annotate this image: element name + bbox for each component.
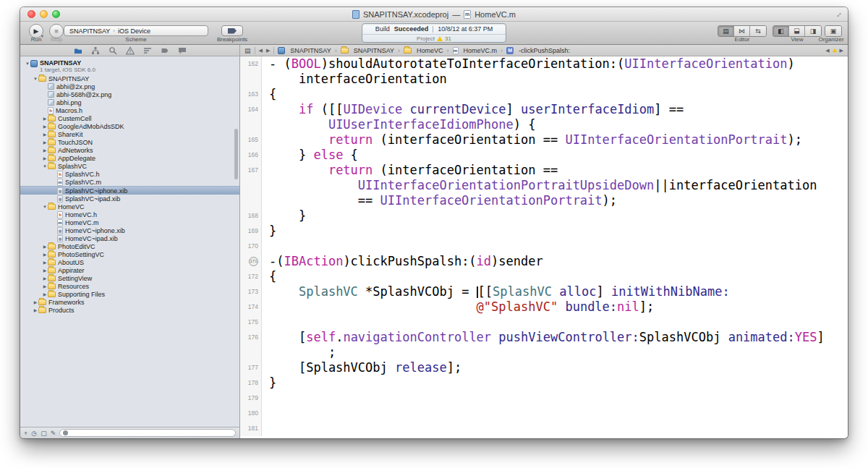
code-line[interactable]: 178} [240, 375, 848, 391]
disclosure-closed-icon[interactable]: ▶ [42, 244, 48, 249]
disclosure-closed-icon[interactable]: ▶ [42, 284, 48, 289]
navigator-item[interactable]: ▶Frameworks [20, 298, 239, 306]
disclosure-closed-icon[interactable]: ▶ [42, 156, 48, 161]
code-line[interactable]: 166 } else { [240, 148, 848, 163]
line-number[interactable]: 171 [240, 254, 262, 269]
line-number[interactable] [240, 193, 262, 208]
history-back-icon[interactable]: ◀ [259, 48, 263, 54]
zoom-button[interactable] [52, 10, 60, 18]
fullscreen-icon[interactable]: ↔ [832, 8, 843, 20]
toggle-navigator-button[interactable]: ◧ [773, 26, 789, 36]
navigator-item[interactable]: ▶SettingView [20, 274, 239, 282]
navigator-item[interactable]: ▶Appirater [20, 266, 239, 274]
activity-viewer[interactable]: Build Succeeded 10/8/12 at 6:37 PM Proje… [362, 23, 506, 43]
toggle-utilities-button[interactable]: ◨ [805, 26, 821, 36]
related-files-icon[interactable]: ▤ [244, 47, 251, 54]
navigator-item[interactable]: abhi.png [20, 98, 239, 106]
scm-status-icon[interactable]: ▢ [41, 430, 47, 437]
search-navigator-icon[interactable] [108, 46, 118, 55]
code-line[interactable]: 175 [240, 315, 848, 330]
log-navigator-icon[interactable] [177, 46, 187, 55]
code-line[interactable]: UIInterfaceOrientationPortraitUpsideDown… [240, 178, 848, 193]
disclosure-open-icon[interactable]: ▼ [25, 61, 30, 66]
navigator-item[interactable]: ▶PhotoEditVC [20, 242, 239, 250]
standard-editor-button[interactable]: ▤ [718, 26, 734, 36]
code-line[interactable]: 177 [SplashVCObj release]; [240, 360, 848, 375]
breakpoints-button[interactable] [221, 25, 243, 36]
navigator-item[interactable]: ▶PhotoSettingVC [20, 250, 239, 258]
line-number[interactable]: 168 [240, 208, 262, 224]
disclosure-open-icon[interactable]: ▼ [33, 77, 38, 81]
navigator-item[interactable]: mHomeVC.m [20, 218, 239, 226]
symbol-navigator-icon[interactable] [90, 46, 101, 55]
navigator-item[interactable]: mSplashVC.m [20, 178, 239, 186]
jumpbar-segment[interactable]: HomeVC [404, 47, 443, 54]
navigator-item[interactable]: ▶AppDelegate [20, 154, 239, 162]
previous-issue-icon[interactable]: ◀ [825, 48, 829, 54]
navigator-item[interactable]: ▦SplashVC~ipad.xib [20, 195, 239, 203]
navigator-item[interactable]: ▶GoogleAdMobAdsSDK [20, 122, 239, 130]
code-line[interactable]: UIUserInterfaceIdiomPhone) { [240, 117, 848, 132]
navigator-item[interactable]: ▼SNAPITNSAY [20, 75, 239, 82]
close-button[interactable] [27, 10, 35, 18]
navigator-item[interactable]: ▶TouchJSON [20, 138, 239, 146]
line-number[interactable]: 167 [240, 163, 262, 178]
navigator-item[interactable]: hHomeVC.h [20, 210, 239, 218]
navigator-item[interactable]: hSplashVC.h [20, 170, 239, 178]
disclosure-closed-icon[interactable]: ▶ [42, 124, 48, 129]
disclosure-closed-icon[interactable]: ▶ [42, 268, 48, 273]
line-number[interactable]: 181 [240, 421, 262, 436]
code-line[interactable]: == UIInterfaceOrientationPortrait); [240, 193, 848, 208]
ibaction-connection-badge[interactable]: 171 [249, 257, 258, 266]
navigator-scrollbar[interactable] [234, 129, 238, 179]
code-line[interactable]: 165 return (interfaceOrientation == UIIn… [240, 132, 848, 148]
version-editor-button[interactable]: ⇆ [750, 26, 766, 36]
code-line[interactable]: 163{ [240, 87, 848, 102]
source-editor[interactable]: 162- (BOOL)shouldAutorotateToInterfaceOr… [240, 56, 848, 438]
code-line[interactable]: 170 [240, 239, 848, 254]
project-navigator-icon[interactable] [73, 46, 83, 55]
jumpbar-segment[interactable]: M-clickPushSpalsh: [506, 47, 570, 54]
code-line[interactable]: 179 [240, 391, 848, 406]
code-line[interactable]: interfaceOrientation [240, 72, 848, 87]
code-line[interactable]: 164 if ([[UIDevice currentDevice] userIn… [240, 102, 848, 117]
line-number[interactable]: 176 [240, 330, 262, 345]
navigator-item[interactable]: ▶AdNetworks [20, 146, 239, 154]
line-number[interactable]: 164 [240, 102, 262, 117]
next-issue-icon[interactable]: ▶ [840, 48, 843, 54]
line-number[interactable] [240, 72, 262, 87]
code-line[interactable]: 172{ [240, 269, 848, 284]
disclosure-closed-icon[interactable]: ▶ [42, 252, 48, 257]
line-number[interactable]: 165 [240, 132, 262, 148]
disclosure-open-icon[interactable]: ▼ [42, 205, 48, 209]
navigator-item[interactable]: ▼HomeVC [20, 203, 239, 210]
code-line[interactable]: ; [240, 345, 848, 360]
line-number[interactable] [240, 117, 262, 132]
jumpbar-segment[interactable]: SNAPITNSAY [278, 47, 331, 54]
disclosure-closed-icon[interactable]: ▶ [42, 140, 48, 145]
breakpoint-navigator-icon[interactable] [160, 46, 170, 55]
line-number[interactable]: 170 [240, 239, 262, 254]
jumpbar-segment[interactable]: mHomeVC.m [453, 47, 498, 54]
history-forward-icon[interactable]: ▶ [266, 48, 270, 54]
project-root-row[interactable]: ▼ SNAPITNSAY 1 target, iOS SDK 6.0 [20, 59, 239, 75]
disclosure-closed-icon[interactable]: ▶ [42, 260, 48, 265]
line-number[interactable] [240, 345, 262, 360]
navigator-item[interactable]: ▦SplashVC~iphone.xib [20, 186, 239, 195]
code-line[interactable]: 171-(IBAction)clickPushSpalsh:(id)sender [240, 254, 848, 269]
navigator-item[interactable]: ▶Resources [20, 282, 239, 290]
code-line[interactable]: 173 SplashVC *SplashVCObj = [[SplashVC a… [240, 284, 848, 299]
disclosure-closed-icon[interactable]: ▶ [42, 148, 48, 153]
disclosure-closed-icon[interactable]: ▶ [33, 307, 38, 312]
navigator-item[interactable]: abhi-568h@2x.png [20, 90, 239, 98]
line-number[interactable]: 178 [240, 375, 262, 391]
code-line[interactable]: 167 return (interfaceOrientation == [240, 163, 848, 178]
line-number[interactable]: 172 [240, 269, 262, 284]
jumpbar-segment[interactable]: SNAPITNSAY [341, 47, 394, 54]
disclosure-closed-icon[interactable]: ▶ [42, 132, 48, 137]
line-number[interactable]: 173 [240, 284, 262, 299]
navigator-item[interactable]: ▼SplashVC [20, 162, 239, 170]
navigator-item[interactable]: ▦HomeVC~ipad.xib [20, 234, 239, 242]
scheme-selector[interactable]: SNAPITNSAY › iOS Device [64, 25, 208, 36]
minimize-button[interactable] [40, 10, 48, 18]
